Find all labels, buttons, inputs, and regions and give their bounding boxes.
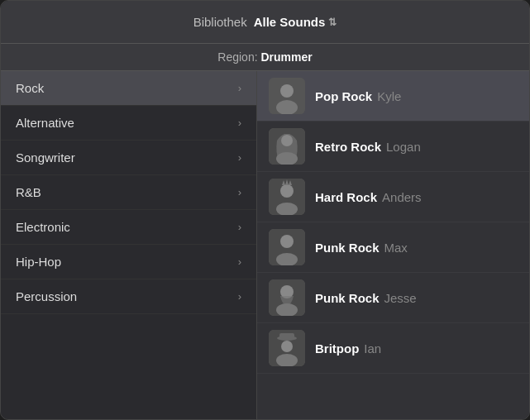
svg-point-5 [281,135,293,146]
arrow-icon: › [238,255,241,268]
svg-point-20 [281,341,293,352]
avatar [269,179,305,215]
category-item-hiphop[interactable]: Hip-Hop › [1,245,256,279]
arrow-icon: › [238,221,241,233]
category-item-songwriter[interactable]: Songwriter › [1,141,256,175]
sound-item-pop-rock-kyle[interactable]: Pop Rock Kyle [257,71,529,122]
category-label: Alternative [16,116,74,130]
chevron-updown-icon: ⇅ [328,17,337,28]
sound-genre: Britpop [315,341,359,356]
sound-info: Hard Rock Anders [315,190,422,204]
sound-item-retro-rock-logan[interactable]: Retro Rock Logan [257,122,529,172]
category-label: Electronic [16,220,70,234]
arrow-icon: › [238,117,241,129]
region-value: Drummer [260,50,312,64]
sound-info: Britpop Ian [315,341,381,356]
category-item-rnb[interactable]: R&B › [1,175,256,210]
arrow-icon: › [238,151,241,164]
sound-list: Pop Rock Kyle Retro Ro [257,71,529,419]
sound-name: Ian [364,341,381,356]
sound-info: Punk Rock Jesse [315,291,417,305]
sound-genre: Pop Rock [315,89,372,103]
dropdown-label: Alle Sounds [254,15,326,29]
sound-info: Pop Rock Kyle [315,89,401,103]
sound-info: Punk Rock Max [315,241,408,255]
sound-item-hard-rock-anders[interactable]: Hard Rock Anders [257,172,529,222]
region-prefix: Region: [217,50,260,64]
category-label: R&B [16,185,41,199]
sound-item-punk-rock-jesse[interactable]: Punk Rock Jesse [257,273,529,323]
alle-sounds-dropdown[interactable]: Alle Sounds ⇅ [254,15,337,29]
sound-name: Anders [382,190,422,204]
sound-name: Kyle [377,89,401,103]
bibliothek-label: Bibliothek [193,15,247,29]
svg-point-8 [280,184,294,198]
arrow-icon: › [238,82,241,94]
category-item-alternative[interactable]: Alternative › [1,106,256,141]
category-item-rock[interactable]: Rock › [1,71,256,106]
sound-item-britpop-ian[interactable]: Britpop Ian [257,323,529,374]
sound-genre: Punk Rock [315,241,380,255]
region-bar: Region: Drummer [1,44,529,71]
sound-item-punk-rock-max[interactable]: Punk Rock Max [257,222,529,273]
category-label: Rock [16,81,44,95]
main-content: Rock › Alternative › Songwriter › R&B › … [1,71,529,419]
sound-genre: Retro Rock [315,140,381,154]
category-label: Percussion [16,289,77,303]
avatar [269,330,305,366]
avatar [269,279,305,316]
sound-name: Max [384,241,408,255]
category-label: Songwriter [16,150,75,165]
arrow-icon: › [238,290,241,303]
svg-rect-19 [279,333,294,339]
svg-point-1 [280,84,294,98]
sound-genre: Hard Rock [315,190,377,204]
sound-name: Logan [386,140,421,154]
arrow-icon: › [238,186,241,198]
category-item-electronic[interactable]: Electronic › [1,210,256,245]
app-container: Bibliothek Alle Sounds ⇅ Region: Drummer… [0,0,530,420]
svg-point-12 [280,235,294,248]
header: Bibliothek Alle Sounds ⇅ [1,1,529,44]
category-label: Hip-Hop [16,255,61,269]
avatar [269,229,305,265]
avatar [269,78,305,114]
category-item-percussion[interactable]: Percussion › [1,279,256,314]
avatar [269,128,305,165]
sound-name: Jesse [384,291,417,305]
sound-genre: Punk Rock [315,291,380,305]
sound-info: Retro Rock Logan [315,140,421,154]
category-list: Rock › Alternative › Songwriter › R&B › … [1,71,257,419]
